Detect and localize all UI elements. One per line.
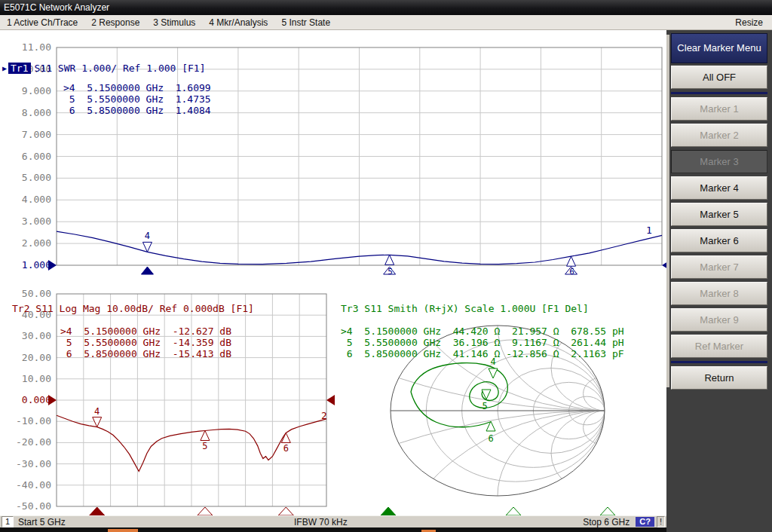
- alert-badge: !: [657, 516, 665, 527]
- svg-text:-50.00: -50.00: [16, 500, 51, 512]
- svg-text:2.000: 2.000: [22, 237, 51, 249]
- softkey-menu-title: Clear Marker Menu: [671, 33, 767, 63]
- softkey-marker-7: Marker 7: [671, 255, 767, 279]
- marker-readout-row: 6 5.8500000 GHz 1.4084: [63, 105, 211, 116]
- marker-readout-row: >4 5.1500000 GHz 44.420 Ω 21.957 Ω 678.5…: [341, 326, 624, 337]
- svg-text:3.000: 3.000: [22, 216, 51, 227]
- instrument-display: 11.0010.009.0008.0007.0006.0005.0004.000…: [0, 30, 666, 515]
- softkey-group-separator: [671, 361, 767, 363]
- svg-text:6: 6: [283, 443, 289, 454]
- svg-text:6: 6: [488, 433, 493, 444]
- menu-instr-state[interactable]: 5 Instr State: [274, 17, 337, 28]
- svg-text:50.00: 50.00: [22, 288, 51, 299]
- menu-bar: 1 Active Ch/Trace 2 Response 3 Stimulus …: [0, 15, 772, 30]
- svg-text:6.000: 6.000: [22, 151, 51, 162]
- tr3-marker-readout: >4 5.1500000 GHz 44.420 Ω 21.957 Ω 678.5…: [341, 326, 624, 359]
- svg-text:6: 6: [569, 267, 574, 277]
- marker-readout-row: 6 5.8500000 GHz -15.413 dB: [60, 348, 231, 359]
- menu-mkr-analysis[interactable]: 4 Mkr/Analysis: [202, 17, 274, 28]
- tr2-marker-readout: >4 5.1500000 GHz -12.627 dB 5 5.5500000 …: [60, 326, 231, 359]
- softkey-marker-2: Marker 2: [671, 124, 767, 147]
- softkey-marker-8: Marker 8: [671, 282, 767, 305]
- ifbw-readout: IFBW 70 kHz: [294, 517, 348, 527]
- svg-text:5: 5: [482, 401, 487, 411]
- menu-response[interactable]: 2 Response: [84, 17, 146, 28]
- softkey-marker-5[interactable]: Marker 5: [671, 203, 767, 226]
- menu-active-ch-trace[interactable]: 1 Active Ch/Trace: [0, 17, 84, 28]
- correction-badge: C?: [636, 517, 654, 527]
- softkey-return[interactable]: Return: [671, 366, 767, 390]
- tr3-title: S11 Smith (R+jX) Scale 1.000U [F1 Del]: [364, 303, 588, 314]
- svg-text:4: 4: [94, 406, 100, 417]
- tr1-badge: Tr1: [8, 63, 30, 74]
- svg-text:5: 5: [388, 267, 393, 277]
- tr3-trace-tail: [411, 392, 490, 427]
- marker-readout-row: 6 5.8500000 GHz 41.146 Ω -12.856 Ω 2.116…: [341, 348, 624, 359]
- svg-text:5.000: 5.000: [22, 172, 51, 183]
- marker-readout-row: 5 5.5500000 GHz -14.359 dB: [60, 337, 231, 348]
- status-bar: 1 Start 5 GHz IFBW 70 kHz Stop 6 GHz C? …: [0, 515, 666, 527]
- svg-text:0.000: 0.000: [22, 394, 51, 405]
- marker-readout-row: >4 5.1500000 GHz -12.627 dB: [60, 326, 231, 337]
- softkey-gutter: [666, 35, 669, 387]
- tr1-header[interactable]: ▶ Tr1 S11 SWR 1.000/ Ref 1.000 [F1]: [2, 63, 206, 74]
- svg-text:7.000: 7.000: [22, 129, 51, 140]
- tr2-badge: Tr2: [12, 303, 29, 314]
- softkey-group-separator: [671, 92, 767, 94]
- svg-text:-20.00: -20.00: [16, 436, 51, 448]
- svg-text:5: 5: [202, 441, 207, 451]
- marker-readout-row: >4 5.1500000 GHz 1.6099: [63, 82, 211, 93]
- bottom-edge: [0, 527, 666, 532]
- softkey-marker-9: Marker 9: [671, 308, 767, 332]
- menu-resize[interactable]: Resize: [726, 17, 772, 28]
- svg-text:9.000: 9.000: [22, 85, 51, 96]
- tr3-badge: Tr3: [341, 303, 358, 314]
- softkey-ref-marker: Ref Marker: [671, 335, 767, 358]
- svg-text:10.00: 10.00: [22, 373, 51, 384]
- marker-readout-row: 5 5.5500000 GHz 1.4735: [63, 93, 211, 105]
- network-analyzer-window: E5071C Network Analyzer 1 Active Ch/Trac…: [0, 0, 772, 532]
- menu-stimulus[interactable]: 3 Stimulus: [146, 17, 202, 28]
- stop-frequency: Stop 6 GHz: [583, 517, 630, 527]
- softkey-menu: Clear Marker Menu All OFFMarker 1Marker …: [666, 30, 772, 532]
- softkey-all-off[interactable]: All OFF: [671, 66, 767, 89]
- tr2-title: S11 Log Mag 10.00dB/ Ref 0.000dB [F1]: [35, 303, 254, 314]
- tr1-title: S11 SWR 1.000/ Ref 1.000 [F1]: [35, 63, 206, 74]
- svg-text:30.00: 30.00: [22, 330, 51, 341]
- svg-text:-40.00: -40.00: [16, 479, 51, 491]
- softkey-marker-1: Marker 1: [671, 97, 767, 121]
- svg-text:-30.00: -30.00: [16, 458, 51, 469]
- svg-text:11.00: 11.00: [22, 41, 51, 53]
- window-title: E5071C Network Analyzer: [4, 2, 109, 13]
- svg-text:-10.00: -10.00: [16, 415, 51, 427]
- window-titlebar[interactable]: E5071C Network Analyzer: [0, 0, 772, 15]
- start-frequency: Start 5 GHz: [18, 517, 66, 527]
- svg-text:1: 1: [646, 225, 652, 236]
- svg-text:4.000: 4.000: [22, 194, 51, 205]
- tr1-marker-readout: >4 5.1500000 GHz 1.6099 5 5.5500000 GHz …: [63, 82, 211, 116]
- softkey-marker-6[interactable]: Marker 6: [671, 229, 767, 252]
- taskbar-peek-left: [108, 529, 138, 532]
- svg-text:2: 2: [321, 410, 327, 421]
- marker-readout-row: 5 5.5500000 GHz 36.196 Ω 9.1167 Ω 261.44…: [341, 337, 624, 348]
- softkey-buttons: All OFFMarker 1Marker 2Marker 3Marker 4M…: [671, 66, 767, 393]
- svg-text:8.000: 8.000: [22, 107, 51, 118]
- tr3-header[interactable]: Tr3 S11 Smith (R+jX) Scale 1.000U [F1 De…: [341, 303, 589, 314]
- svg-text:1.000: 1.000: [22, 259, 51, 271]
- svg-text:20.00: 20.00: [22, 352, 51, 363]
- channel-number-box: 1: [2, 516, 14, 527]
- svg-text:4: 4: [145, 231, 150, 241]
- softkey-marker-3[interactable]: Marker 3: [671, 150, 767, 173]
- softkey-marker-4[interactable]: Marker 4: [671, 176, 767, 200]
- active-trace-arrow-icon: ▶: [2, 64, 7, 72]
- tr2-header[interactable]: Tr2 S11 Log Mag 10.00dB/ Ref 0.000dB [F1…: [12, 303, 254, 314]
